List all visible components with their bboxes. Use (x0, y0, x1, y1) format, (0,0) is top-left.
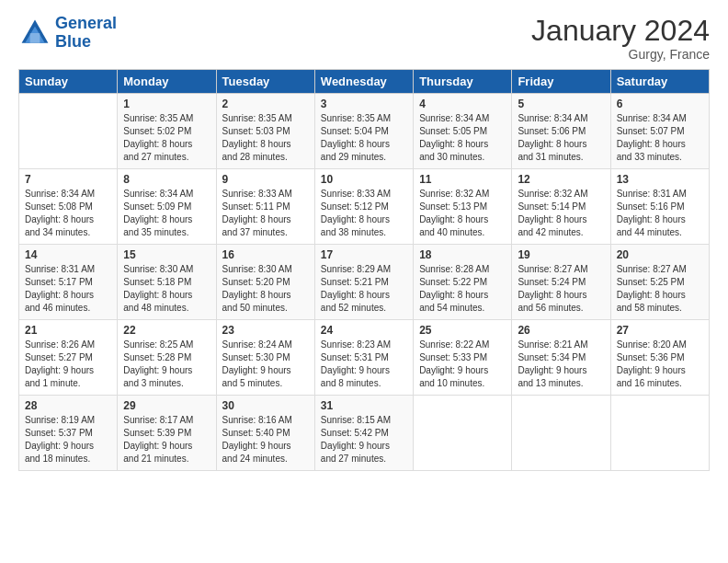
calendar-cell: 29Sunrise: 8:17 AMSunset: 5:39 PMDayligh… (118, 396, 216, 471)
day-info: Sunrise: 8:15 AMSunset: 5:42 PMDaylight:… (321, 414, 407, 465)
day-number: 15 (123, 248, 210, 261)
day-info: Sunrise: 8:22 AMSunset: 5:33 PMDaylight:… (419, 339, 506, 390)
day-info: Sunrise: 8:25 AMSunset: 5:28 PMDaylight:… (123, 339, 210, 390)
calendar-cell: 22Sunrise: 8:25 AMSunset: 5:28 PMDayligh… (118, 320, 216, 396)
logo: General Blue (18, 15, 117, 52)
day-number: 12 (518, 173, 604, 186)
day-number: 2 (222, 98, 309, 110)
day-info: Sunrise: 8:34 AMSunset: 5:09 PMDaylight:… (123, 188, 210, 239)
calendar-cell: 6Sunrise: 8:34 AMSunset: 5:07 PMDaylight… (610, 94, 709, 169)
calendar-cell: 3Sunrise: 8:35 AMSunset: 5:04 PMDaylight… (314, 94, 413, 169)
calendar-cell: 4Sunrise: 8:34 AMSunset: 5:05 PMDaylight… (414, 94, 512, 169)
calendar-cell: 15Sunrise: 8:30 AMSunset: 5:18 PMDayligh… (118, 245, 216, 320)
calendar-cell: 19Sunrise: 8:27 AMSunset: 5:24 PMDayligh… (512, 245, 610, 320)
day-number: 10 (321, 173, 407, 186)
day-info: Sunrise: 8:23 AMSunset: 5:31 PMDaylight:… (321, 339, 407, 390)
day-info: Sunrise: 8:34 AMSunset: 5:07 PMDaylight:… (617, 112, 703, 164)
calendar-week-4: 21Sunrise: 8:26 AMSunset: 5:27 PMDayligh… (19, 320, 710, 396)
calendar-cell: 16Sunrise: 8:30 AMSunset: 5:20 PMDayligh… (216, 245, 314, 320)
day-info: Sunrise: 8:34 AMSunset: 5:08 PMDaylight:… (25, 188, 111, 239)
day-number: 20 (617, 248, 703, 261)
calendar-cell (610, 396, 709, 471)
day-number: 4 (419, 98, 506, 110)
day-number: 7 (25, 173, 111, 186)
svg-rect-2 (30, 33, 40, 43)
calendar-cell: 7Sunrise: 8:34 AMSunset: 5:08 PMDaylight… (19, 169, 118, 245)
day-info: Sunrise: 8:34 AMSunset: 5:06 PMDaylight:… (518, 112, 604, 164)
calendar-cell: 14Sunrise: 8:31 AMSunset: 5:17 PMDayligh… (19, 245, 118, 320)
col-thursday: Thursday (414, 70, 512, 94)
col-friday: Friday (512, 70, 610, 94)
calendar-cell: 8Sunrise: 8:34 AMSunset: 5:09 PMDaylight… (118, 169, 216, 245)
day-info: Sunrise: 8:31 AMSunset: 5:17 PMDaylight:… (25, 263, 111, 315)
day-number: 30 (222, 399, 309, 412)
day-number: 8 (123, 173, 210, 186)
title-block: January 2024 Gurgy, France (531, 15, 710, 62)
day-number: 28 (25, 399, 111, 412)
calendar-cell: 27Sunrise: 8:20 AMSunset: 5:36 PMDayligh… (610, 320, 709, 396)
day-info: Sunrise: 8:35 AMSunset: 5:04 PMDaylight:… (321, 112, 407, 164)
calendar-week-5: 28Sunrise: 8:19 AMSunset: 5:37 PMDayligh… (19, 396, 710, 471)
page: General Blue January 2024 Gurgy, France … (0, 0, 728, 480)
day-info: Sunrise: 8:20 AMSunset: 5:36 PMDaylight:… (617, 339, 703, 390)
calendar-cell: 12Sunrise: 8:32 AMSunset: 5:14 PMDayligh… (512, 169, 610, 245)
day-info: Sunrise: 8:32 AMSunset: 5:13 PMDaylight:… (419, 188, 506, 239)
day-number: 23 (222, 324, 309, 337)
day-info: Sunrise: 8:27 AMSunset: 5:24 PMDaylight:… (518, 263, 604, 315)
day-info: Sunrise: 8:30 AMSunset: 5:20 PMDaylight:… (222, 263, 309, 315)
col-saturday: Saturday (610, 70, 709, 94)
day-info: Sunrise: 8:21 AMSunset: 5:34 PMDaylight:… (518, 339, 604, 390)
logo-text: General Blue (55, 15, 117, 52)
day-info: Sunrise: 8:27 AMSunset: 5:25 PMDaylight:… (617, 263, 703, 315)
month-title: January 2024 (531, 15, 710, 47)
day-number: 9 (222, 173, 309, 186)
calendar-cell: 10Sunrise: 8:33 AMSunset: 5:12 PMDayligh… (314, 169, 413, 245)
day-info: Sunrise: 8:35 AMSunset: 5:02 PMDaylight:… (123, 112, 210, 164)
day-info: Sunrise: 8:34 AMSunset: 5:05 PMDaylight:… (419, 112, 506, 164)
day-number: 22 (123, 324, 210, 337)
day-number: 24 (321, 324, 407, 337)
day-info: Sunrise: 8:17 AMSunset: 5:39 PMDaylight:… (123, 414, 210, 465)
header: General Blue January 2024 Gurgy, France (18, 15, 710, 62)
calendar-cell: 31Sunrise: 8:15 AMSunset: 5:42 PMDayligh… (314, 396, 413, 471)
logo-icon (18, 17, 51, 50)
calendar-cell: 21Sunrise: 8:26 AMSunset: 5:27 PMDayligh… (19, 320, 118, 396)
day-info: Sunrise: 8:33 AMSunset: 5:12 PMDaylight:… (321, 188, 407, 239)
calendar-cell: 18Sunrise: 8:28 AMSunset: 5:22 PMDayligh… (414, 245, 512, 320)
calendar-cell: 1Sunrise: 8:35 AMSunset: 5:02 PMDaylight… (118, 94, 216, 169)
day-number: 6 (617, 98, 703, 110)
col-wednesday: Wednesday (314, 70, 413, 94)
calendar-cell: 17Sunrise: 8:29 AMSunset: 5:21 PMDayligh… (314, 245, 413, 320)
calendar-cell: 26Sunrise: 8:21 AMSunset: 5:34 PMDayligh… (512, 320, 610, 396)
calendar-cell: 9Sunrise: 8:33 AMSunset: 5:11 PMDaylight… (216, 169, 314, 245)
calendar-cell: 11Sunrise: 8:32 AMSunset: 5:13 PMDayligh… (414, 169, 512, 245)
calendar-cell (414, 396, 512, 471)
calendar-week-3: 14Sunrise: 8:31 AMSunset: 5:17 PMDayligh… (19, 245, 710, 320)
day-number: 1 (123, 98, 210, 110)
calendar-week-2: 7Sunrise: 8:34 AMSunset: 5:08 PMDaylight… (19, 169, 710, 245)
calendar-cell: 28Sunrise: 8:19 AMSunset: 5:37 PMDayligh… (19, 396, 118, 471)
day-info: Sunrise: 8:16 AMSunset: 5:40 PMDaylight:… (222, 414, 309, 465)
day-number: 14 (25, 248, 111, 261)
day-number: 16 (222, 248, 309, 261)
day-number: 29 (123, 399, 210, 412)
calendar-cell: 25Sunrise: 8:22 AMSunset: 5:33 PMDayligh… (414, 320, 512, 396)
calendar-cell (19, 94, 118, 169)
day-number: 19 (518, 248, 604, 261)
location: Gurgy, France (531, 47, 710, 62)
day-info: Sunrise: 8:30 AMSunset: 5:18 PMDaylight:… (123, 263, 210, 315)
day-number: 13 (617, 173, 703, 186)
day-info: Sunrise: 8:32 AMSunset: 5:14 PMDaylight:… (518, 188, 604, 239)
col-monday: Monday (118, 70, 216, 94)
day-number: 26 (518, 324, 604, 337)
day-info: Sunrise: 8:19 AMSunset: 5:37 PMDaylight:… (25, 414, 111, 465)
col-sunday: Sunday (19, 70, 118, 94)
day-info: Sunrise: 8:28 AMSunset: 5:22 PMDaylight:… (419, 263, 506, 315)
calendar-cell: 30Sunrise: 8:16 AMSunset: 5:40 PMDayligh… (216, 396, 314, 471)
calendar-table: Sunday Monday Tuesday Wednesday Thursday… (18, 69, 710, 471)
day-info: Sunrise: 8:33 AMSunset: 5:11 PMDaylight:… (222, 188, 309, 239)
day-number: 3 (321, 98, 407, 110)
calendar-cell: 20Sunrise: 8:27 AMSunset: 5:25 PMDayligh… (610, 245, 709, 320)
day-number: 27 (617, 324, 703, 337)
header-row: Sunday Monday Tuesday Wednesday Thursday… (19, 70, 710, 94)
